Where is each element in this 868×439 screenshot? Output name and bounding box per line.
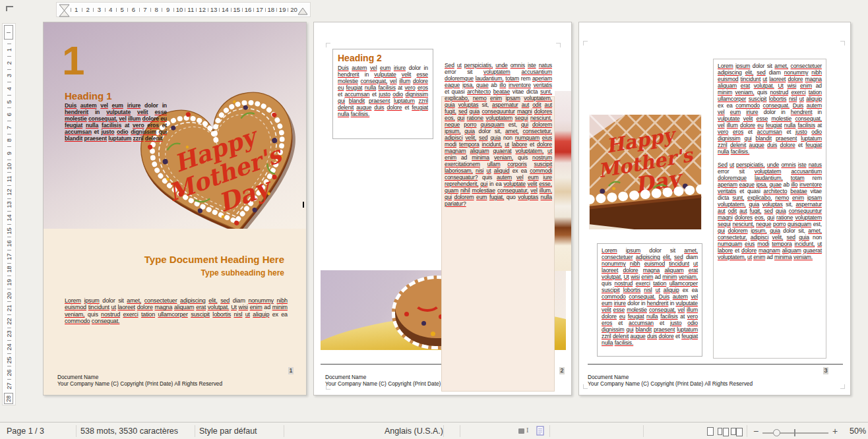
right-indent-marker-icon[interactable] [297, 7, 308, 16]
footer-document-name: Document Name [588, 374, 629, 380]
ruler-number: 1 [71, 3, 82, 16]
ruler-number: 13 [208, 3, 219, 16]
status-word-count[interactable]: 538 mots, 3530 caractères [80, 426, 178, 436]
footer-separator [588, 364, 843, 365]
ruler-number: 4 [105, 3, 116, 16]
selection-mode-icon[interactable]: I [518, 428, 529, 434]
text-boundary-mark [583, 41, 588, 45]
ruler-number: 1 [3, 44, 15, 57]
statusbar-separator [747, 425, 747, 437]
zoom-slider-thumb[interactable] [773, 429, 780, 436]
statusbar-separator [284, 425, 284, 437]
ruler-number: 8 [151, 3, 162, 16]
horizontal-ruler[interactable]: 1234567891011121314151617181920 [56, 2, 311, 17]
page-number-field: 3 [823, 367, 828, 374]
statusbar-separator [460, 425, 460, 437]
text-boundary-mark [583, 384, 588, 389]
ruler-number: 19 [3, 276, 15, 289]
writer-window: 1234567891011121314151617181920 12345678… [0, 0, 868, 439]
ruler-number: 13 [3, 198, 15, 212]
status-bar: Page 1 / 3 538 mots, 3530 caractères Sty… [0, 422, 868, 439]
status-page-style[interactable]: Style par défaut [199, 426, 257, 436]
text-cursor [303, 202, 304, 208]
column-paragraph-2: Sed ut perspiciatis, unde omnis iste nat… [718, 161, 822, 260]
footer-document-name: Document Name [57, 374, 98, 380]
horizontal-ruler-numbers: 1234567891011121314151617181920 [71, 3, 299, 16]
zoom-in-button[interactable]: + [832, 426, 838, 436]
page-2[interactable]: Document Name Your Company Name (C) Copy… [313, 22, 572, 395]
heading-2-body: Duis autem vel eum iriure dolor in hendr… [338, 65, 428, 117]
ruler-number: 9 [162, 3, 173, 16]
page-number-field: 1 [288, 367, 294, 374]
text-boundary-mark [840, 41, 845, 45]
tab-stop-selector-icon[interactable] [6, 6, 13, 11]
lorem-paragraph: Lorem ipsum dolor sit amet, consectetuer… [65, 297, 288, 325]
ruler-number: 23 [3, 328, 15, 341]
ruler-number: 14 [3, 212, 15, 225]
heading-1: Heading 1 [65, 90, 112, 102]
vertical-ruler[interactable]: 1234567891011121314151617181920212223242… [2, 23, 16, 405]
zoom-slider-track[interactable] [762, 432, 828, 434]
lorem-frame[interactable]: Lorem ipsum dolor sit amet, consectetuer… [597, 243, 702, 357]
indent-marker-icon[interactable] [58, 3, 71, 18]
document-heading-placeholder: Type Document Heading Here [83, 254, 284, 265]
ruler-number: 12 [197, 3, 208, 16]
page-1[interactable]: Happy Mother's Day 1 Heading 1 Duis aute… [43, 22, 307, 395]
ruler-number: 17 [254, 3, 265, 16]
ruler-number: 20 [3, 289, 15, 302]
statusbar-separator [443, 425, 444, 437]
column-paragraph: Sed ut perspiciatis, unde omnis iste nat… [445, 62, 552, 207]
ruler-number: 4 [3, 82, 15, 96]
heart-cookie-image: Happy Mother's Day [113, 63, 306, 229]
ruler-number: 11 [3, 173, 15, 186]
zoom-out-button[interactable]: − [753, 426, 759, 436]
zoom-level[interactable]: 50% [850, 426, 866, 436]
ruler-number: 7 [139, 3, 150, 16]
heading-2: Heading 2 [338, 53, 428, 63]
cake-closeup-image: Happy Mother's Day [588, 115, 702, 229]
status-language[interactable]: Anglais (U.S.A.) [385, 426, 443, 436]
status-page-indicator[interactable]: Page 1 / 3 [7, 426, 44, 436]
cake-edge-strip [555, 91, 572, 271]
single-page-view-icon[interactable] [707, 427, 714, 436]
ruler-number: 2 [3, 57, 15, 70]
ruler-number: 18 [3, 263, 15, 276]
document-modified-icon[interactable] [536, 426, 544, 438]
ruler-number: 18 [265, 3, 276, 16]
ruler-number: 6 [3, 108, 15, 121]
ruler-number: 10 [173, 3, 185, 16]
ruler-number: 16 [242, 3, 253, 16]
ruler-number: 11 [185, 3, 197, 16]
subheading-placeholder: Type subheading here [83, 268, 284, 278]
ruler-number: 2 [82, 3, 93, 16]
ruler-number: 5 [116, 3, 127, 16]
ruler-number: 26 [3, 366, 15, 380]
statusbar-separator [76, 425, 77, 437]
page-number-field: 2 [559, 367, 565, 374]
vertical-ruler-numbers: 1234567891011121314151617181920212223242… [3, 44, 15, 392]
ruler-number: 10 [3, 160, 15, 173]
bottom-margin-marker[interactable]: 28 [4, 393, 13, 404]
text-boundary-mark [326, 43, 330, 47]
column-frame[interactable]: Lorem ipsum dolor sit amet, consectetuer… [713, 59, 826, 359]
ruler-number: 24 [3, 341, 15, 354]
heading-2-frame[interactable]: Heading 2 Duis autem vel eum iriure dolo… [332, 49, 433, 139]
page-3[interactable]: Happy Mother's Day Lorem ipsum dolor sit… [578, 22, 851, 395]
top-margin-marker[interactable] [4, 25, 13, 40]
ruler-number: 3 [3, 69, 15, 82]
multi-page-view-icon[interactable] [718, 428, 722, 435]
ruler-number: 19 [276, 3, 288, 16]
text-boundary-mark [556, 43, 561, 47]
footer-document-name: Document Name [325, 374, 366, 380]
ruler-number: 15 [231, 3, 242, 16]
chapter-numeral: 1 [62, 40, 84, 81]
ruler-number: 22 [3, 314, 15, 328]
intro-paragraph: Duis autem vel eum iriure dolor in hendr… [65, 102, 167, 142]
statusbar-separator [549, 425, 550, 437]
ruler-number: 6 [128, 3, 139, 16]
ruler-number: 25 [3, 353, 15, 366]
statusbar-separator [643, 425, 644, 437]
book-view-icon[interactable] [731, 428, 736, 435]
statusbar-separator [195, 425, 195, 437]
ruler-number: 8 [3, 134, 15, 147]
